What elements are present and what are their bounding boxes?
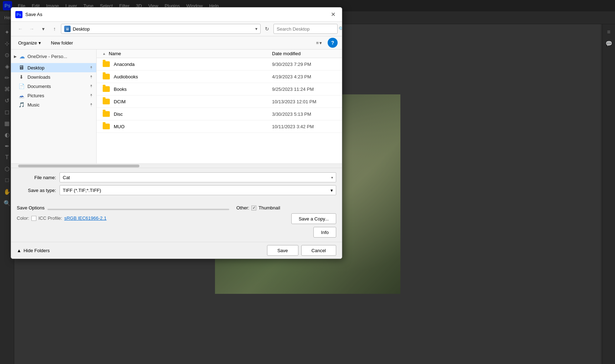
horizontal-scrollbar[interactable]: [11, 163, 342, 168]
view-arrow-icon: ▾: [319, 40, 322, 46]
table-row[interactable]: Disc 3/30/2023 5:13 PM: [97, 108, 342, 120]
music-label: Music: [27, 102, 40, 108]
filetype-label: Save as type:: [17, 188, 60, 193]
onedrive-label: OneDrive - Perso...: [27, 54, 67, 59]
file-date: 9/25/2023 11:24 PM: [272, 87, 336, 92]
table-row[interactable]: Audiobooks 4/19/2023 4:23 PM: [97, 71, 342, 83]
save-options-bar: [47, 209, 229, 210]
save-button[interactable]: Save: [267, 245, 298, 256]
icc-profile-link[interactable]: sRGB IEC61966-2.1: [64, 215, 107, 221]
onedrive-arrow-icon: ▶: [14, 54, 17, 58]
folder-icon: [102, 60, 110, 68]
folder-icon: [102, 123, 110, 130]
file-date: 4/19/2023 4:23 PM: [272, 74, 336, 79]
filetype-value: TIFF (*.TIF;*.TIFF): [63, 188, 101, 193]
table-row[interactable]: Anaconda 9/30/2023 7:29 PM: [97, 58, 342, 71]
hide-folders-button[interactable]: ▲ Hide Folders: [17, 248, 50, 253]
dialog-footer: File name: Cat ▾ Save as type: TIFF (*.T…: [11, 168, 342, 202]
sidebar-item-downloads[interactable]: ⬇ Downloads 🖈: [11, 72, 96, 82]
sort-up-icon: ▲: [102, 52, 106, 56]
nav-path-dropdown[interactable]: ▾: [255, 26, 257, 31]
dialog-nav: ← → ▾ ↑ 🖥 Desktop ▾ ↻ 🔍: [11, 22, 342, 36]
col-name-header[interactable]: Name: [109, 51, 272, 56]
view-button[interactable]: ≡ ▾: [313, 39, 325, 47]
save-options-left: Save Options Color: ICC Profile: sRGB IE…: [17, 205, 229, 238]
filename-input[interactable]: Cat ▾: [60, 172, 336, 182]
color-checkbox[interactable]: [31, 216, 36, 221]
cancel-button[interactable]: Cancel: [301, 245, 336, 256]
table-row[interactable]: MUO 10/11/2023 3:42 PM: [97, 120, 342, 133]
filename-row: File name: Cat ▾: [17, 172, 336, 182]
pictures-label: Pictures: [27, 93, 44, 98]
search-input[interactable]: [277, 26, 337, 32]
color-label: Color:: [17, 215, 29, 221]
save-copy-button[interactable]: Save a Copy...: [291, 213, 336, 224]
thumbnail-checkbox[interactable]: [251, 206, 256, 210]
sidebar-item-pictures[interactable]: 🗻 Pictures 🖈: [11, 91, 96, 100]
desktop-pin-icon: 🖈: [89, 65, 93, 70]
table-row[interactable]: Books 9/25/2023 11:24 PM: [97, 83, 342, 95]
file-name: MUO: [114, 124, 272, 129]
folder-icon: [102, 98, 110, 105]
folder-icon: [102, 73, 110, 80]
organize-button[interactable]: Organize ▾: [15, 39, 44, 47]
view-icon: ≡: [316, 40, 319, 46]
file-rows-container: Anaconda 9/30/2023 7:29 PM Audiobooks 4/…: [97, 58, 342, 133]
sidebar-item-documents[interactable]: 📄 Documents 🖈: [11, 82, 96, 91]
help-button[interactable]: ?: [328, 38, 338, 48]
music-icon: 🎵: [18, 102, 25, 108]
file-name: Disc: [114, 111, 272, 117]
thumbnail-label: Thumbnail: [258, 205, 280, 210]
hide-folders-label: Hide Folders: [24, 248, 50, 253]
new-folder-button[interactable]: New folder: [47, 39, 77, 47]
horizontal-scrollbar-thumb[interactable]: [18, 165, 139, 167]
dialog-filelist[interactable]: ▲ Name Date modified Anaconda 9/30/2023 …: [97, 50, 342, 163]
documents-label: Documents: [27, 84, 51, 89]
dialog-title-text: Save As: [25, 12, 42, 17]
pictures-icon: 🗻: [18, 92, 25, 99]
save-as-dialog: Ps Save As ✕ ← → ▾ ↑ 🖥 Desktop ▾ ↻ 🔍 Org…: [11, 7, 342, 259]
nav-up-button[interactable]: ↑: [50, 24, 60, 34]
info-row: Info: [236, 227, 336, 238]
file-date: 3/30/2023 5:13 PM: [272, 111, 336, 117]
dialog-body: ▶ ☁ OneDrive - Perso... 🖥 Desktop 🖈 ⬇ Do…: [11, 50, 342, 163]
dialog-toolbar: Organize ▾ New folder ≡ ▾ ?: [11, 36, 342, 50]
file-name: Anaconda: [114, 62, 272, 67]
filetype-dropdown-icon: ▾: [330, 188, 333, 193]
filetype-select[interactable]: TIFF (*.TIF;*.TIFF) ▾: [60, 185, 336, 195]
icc-label: ICC Profile:: [39, 215, 62, 221]
dialog-ps-icon: Ps: [15, 11, 22, 18]
bottom-right-buttons: Save Cancel: [267, 245, 336, 256]
dialog-sidebar: ▶ ☁ OneDrive - Perso... 🖥 Desktop 🖈 ⬇ Do…: [11, 50, 97, 163]
dialog-titlebar: Ps Save As ✕: [11, 7, 342, 22]
other-label: Other:: [236, 205, 249, 210]
pictures-pin-icon: 🖈: [89, 93, 93, 98]
save-copy-row: Save a Copy...: [236, 213, 336, 224]
nav-dropdown-button[interactable]: ▾: [38, 24, 48, 34]
desktop-label: Desktop: [27, 65, 45, 71]
sidebar-item-music[interactable]: 🎵 Music 🖈: [11, 100, 96, 109]
desktop-icon: 🖥: [18, 64, 25, 71]
downloads-icon: ⬇: [18, 74, 25, 80]
downloads-label: Downloads: [27, 74, 50, 80]
filename-label: File name:: [17, 175, 60, 180]
sidebar-item-desktop[interactable]: 🖥 Desktop 🖈: [11, 63, 96, 72]
filetype-row: Save as type: TIFF (*.TIF;*.TIFF) ▾: [17, 185, 336, 195]
nav-refresh-button[interactable]: ↻: [262, 24, 272, 34]
dialog-close-button[interactable]: ✕: [328, 10, 338, 19]
file-date: 10/13/2023 12:01 PM: [272, 99, 336, 104]
save-options-title-bar: Save Options: [17, 205, 229, 213]
col-date-header[interactable]: Date modified: [272, 51, 336, 56]
nav-path-icon: 🖥: [64, 26, 71, 32]
downloads-pin-icon: 🖈: [89, 74, 93, 79]
nav-forward-button[interactable]: →: [27, 24, 37, 34]
info-button[interactable]: Info: [313, 227, 336, 238]
file-name: DCIM: [114, 99, 272, 104]
nav-path-text: Desktop: [73, 26, 253, 32]
sidebar-item-onedrive[interactable]: ▶ ☁ OneDrive - Perso...: [11, 52, 96, 60]
nav-back-button[interactable]: ←: [15, 24, 25, 34]
dialog-bottom: ▲ Hide Folders Save Cancel: [11, 242, 342, 259]
save-options-title: Save Options: [17, 205, 45, 210]
table-row[interactable]: DCIM 10/13/2023 12:01 PM: [97, 95, 342, 108]
folder-icon: [102, 85, 110, 93]
